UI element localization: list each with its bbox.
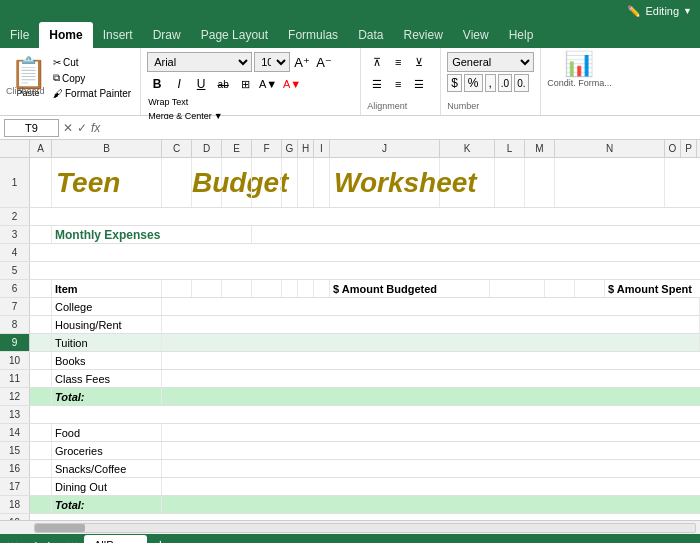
number-format-select[interactable]: General: [447, 52, 534, 72]
font-color-button[interactable]: A▼: [281, 74, 303, 94]
col-header-p[interactable]: P: [681, 140, 697, 157]
col-header-m[interactable]: M: [525, 140, 555, 157]
dollar-format-button[interactable]: $: [447, 74, 462, 92]
sheet-nav-first[interactable]: ⏮: [4, 537, 20, 543]
cell-16b[interactable]: Snacks/Coffee: [52, 460, 162, 477]
cell-17a[interactable]: [30, 478, 52, 495]
sheet-nav-last[interactable]: ⏭: [64, 537, 80, 543]
align-left-button[interactable]: ☰: [367, 74, 387, 94]
cell-1m[interactable]: [525, 158, 555, 207]
comma-format-button[interactable]: ,: [485, 74, 496, 92]
align-right-button[interactable]: ☰: [409, 74, 429, 94]
cell-1e[interactable]: [222, 158, 252, 207]
cell-1l[interactable]: [495, 158, 525, 207]
cell-6i[interactable]: [314, 280, 330, 297]
sheet-nav-prev[interactable]: ◀: [24, 537, 40, 543]
col-header-h[interactable]: H: [298, 140, 314, 157]
font-family-select[interactable]: Arial: [147, 52, 252, 72]
font-size-select[interactable]: 10: [254, 52, 290, 72]
cell-8b[interactable]: Housing/Rent: [52, 316, 162, 333]
cell-12a[interactable]: [30, 388, 52, 405]
align-bottom-button[interactable]: ⊻: [409, 52, 429, 72]
cell-6l[interactable]: [545, 280, 575, 297]
cell-10b[interactable]: Books: [52, 352, 162, 369]
italic-button[interactable]: I: [169, 74, 189, 94]
format-painter-button[interactable]: 🖌 Format Painter: [50, 87, 134, 100]
horizontal-scrollbar[interactable]: [34, 523, 696, 533]
cell-3b-monthly-expenses[interactable]: Monthly Expenses: [52, 226, 252, 243]
cell-6a[interactable]: [30, 280, 52, 297]
add-sheet-button[interactable]: +: [151, 536, 169, 543]
cut-button[interactable]: ✂ Cut: [50, 56, 134, 69]
cell-6f[interactable]: [252, 280, 282, 297]
cell-1n[interactable]: [555, 158, 665, 207]
tab-help[interactable]: Help: [499, 22, 544, 48]
cell-18b-total[interactable]: Total:: [52, 496, 162, 513]
cell-15b[interactable]: Groceries: [52, 442, 162, 459]
cell-9b[interactable]: Tuition: [52, 334, 162, 351]
col-header-d[interactable]: D: [192, 140, 222, 157]
tab-draw[interactable]: Draw: [143, 22, 191, 48]
cell-1b-teen[interactable]: Teen: [52, 158, 162, 207]
increase-font-button[interactable]: A⁺: [292, 52, 312, 72]
col-header-i[interactable]: I: [314, 140, 330, 157]
cell-1i[interactable]: [314, 158, 330, 207]
cell-6m[interactable]: [575, 280, 605, 297]
cell-6b-item[interactable]: Item: [52, 280, 162, 297]
formula-input[interactable]: [104, 119, 696, 137]
cell-1j-worksheet[interactable]: Worksheet: [330, 158, 440, 207]
cell-7b[interactable]: College: [52, 298, 162, 315]
cell-11b[interactable]: Class Fees: [52, 370, 162, 387]
sheet-tab-allpages[interactable]: AllPages: [84, 535, 147, 543]
tab-home[interactable]: Home: [39, 22, 92, 48]
col-header-g[interactable]: G: [282, 140, 298, 157]
col-header-f[interactable]: F: [252, 140, 282, 157]
cell-1f[interactable]: [252, 158, 282, 207]
col-header-e[interactable]: E: [222, 140, 252, 157]
cell-6c[interactable]: [162, 280, 192, 297]
cell-1c[interactable]: [162, 158, 192, 207]
col-header-k[interactable]: K: [440, 140, 495, 157]
cell-6d[interactable]: [192, 280, 222, 297]
tab-data[interactable]: Data: [348, 22, 393, 48]
cell-6j-budgeted[interactable]: $ Amount Budgeted: [330, 280, 490, 297]
cell-9a[interactable]: [30, 334, 52, 351]
cell-6g[interactable]: [282, 280, 298, 297]
cell-1d-budget[interactable]: Budget: [192, 158, 222, 207]
tab-page-layout[interactable]: Page Layout: [191, 22, 278, 48]
decrease-decimal-button[interactable]: 0.: [514, 74, 528, 92]
underline-button[interactable]: U: [191, 74, 211, 94]
col-header-j[interactable]: J: [330, 140, 440, 157]
tab-file[interactable]: File: [0, 22, 39, 48]
tab-review[interactable]: Review: [393, 22, 452, 48]
col-header-b[interactable]: B: [52, 140, 162, 157]
percent-format-button[interactable]: %: [464, 74, 483, 92]
cell-6e[interactable]: [222, 280, 252, 297]
cell-1h[interactable]: [298, 158, 314, 207]
col-header-o[interactable]: O: [665, 140, 681, 157]
cell-1g[interactable]: [282, 158, 298, 207]
formula-check-icon[interactable]: ✓: [77, 121, 87, 135]
decrease-font-button[interactable]: A⁻: [314, 52, 334, 72]
sheet-nav-next[interactable]: ▶: [44, 537, 60, 543]
align-center-button[interactable]: ≡: [388, 74, 408, 94]
borders-button[interactable]: ⊞: [235, 74, 255, 94]
tab-view[interactable]: View: [453, 22, 499, 48]
cell-6k[interactable]: [490, 280, 545, 297]
fill-color-button[interactable]: A▼: [257, 74, 279, 94]
cell-12b-total[interactable]: Total:: [52, 388, 162, 405]
cell-7a[interactable]: [30, 298, 52, 315]
cell-6h[interactable]: [298, 280, 314, 297]
col-header-a[interactable]: A: [30, 140, 52, 157]
formula-x-icon[interactable]: ✕: [63, 121, 73, 135]
col-header-n[interactable]: N: [555, 140, 665, 157]
cell-14a[interactable]: [30, 424, 52, 441]
tab-formulas[interactable]: Formulas: [278, 22, 348, 48]
paste-button[interactable]: 📋 Paste: [6, 52, 50, 104]
col-header-l[interactable]: L: [495, 140, 525, 157]
cell-8a[interactable]: [30, 316, 52, 333]
cell-6n-spent[interactable]: $ Amount Spent: [605, 280, 700, 297]
tab-insert[interactable]: Insert: [93, 22, 143, 48]
strikethrough-button[interactable]: ab: [213, 74, 233, 94]
increase-decimal-button[interactable]: .0: [498, 74, 512, 92]
